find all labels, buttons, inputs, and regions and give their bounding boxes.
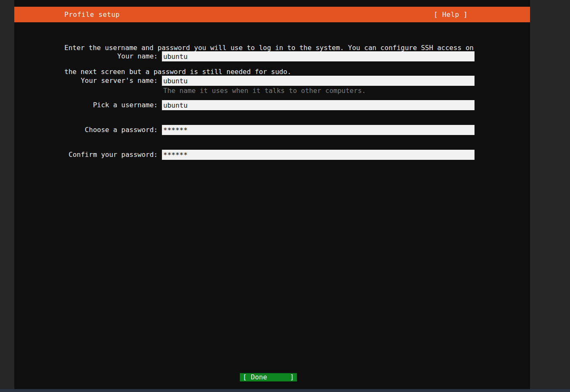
- page-title: Profile setup: [64, 7, 120, 22]
- form-row-your-name: Your name:: [14, 51, 530, 61]
- your-name-label: Your name:: [14, 51, 158, 61]
- form-row-server-name: Your server's name: The name it uses whe…: [14, 76, 530, 95]
- username-label: Pick a username:: [14, 100, 158, 110]
- bottom-bar: [0, 389, 570, 392]
- username-input[interactable]: [162, 100, 475, 110]
- desktop: { "colors": { "accent_orange": "#E45420"…: [0, 0, 570, 392]
- server-name-input[interactable]: [162, 76, 475, 86]
- confirm-password-input[interactable]: [162, 150, 475, 160]
- instructions-line-1: Enter the username and password you will…: [64, 44, 489, 52]
- form-row-username: Pick a username:: [14, 100, 530, 110]
- server-name-label: Your server's name:: [14, 76, 158, 86]
- password-input[interactable]: [162, 125, 475, 135]
- confirm-password-label: Confirm your password:: [14, 150, 158, 160]
- form-row-confirm-password: Confirm your password:: [14, 150, 530, 160]
- help-button[interactable]: [ Help ]: [434, 7, 468, 22]
- done-button[interactable]: [ Done ]: [240, 373, 297, 381]
- done-button-bracket: ]: [290, 373, 294, 381]
- instructions-line-2: the next screen but a password is still …: [64, 68, 489, 76]
- installer-screen: Profile setup [ Help ] Enter the usernam…: [14, 0, 530, 389]
- title-bar: Profile setup [ Help ]: [14, 7, 530, 22]
- server-name-helper: The name it uses when it talks to other …: [162, 87, 475, 95]
- your-name-input[interactable]: [162, 51, 475, 61]
- done-button-label: [ Done: [243, 373, 267, 381]
- form-row-password: Choose a password:: [14, 125, 530, 135]
- password-label: Choose a password:: [14, 125, 158, 135]
